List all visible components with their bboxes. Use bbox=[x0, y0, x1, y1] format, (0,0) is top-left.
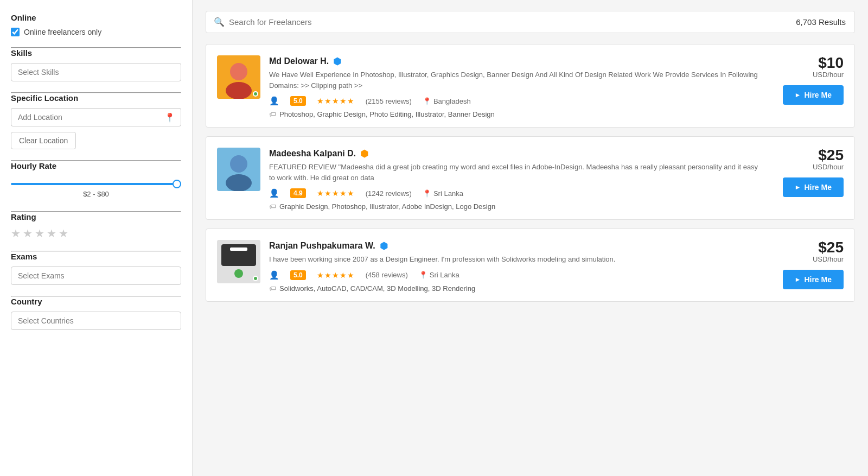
price-amount: $25 bbox=[813, 240, 844, 255]
avatar-wrap bbox=[217, 148, 260, 191]
card-skills: 🏷 Graphic Design, Photoshop, Illustrator… bbox=[269, 202, 764, 211]
online-checkbox[interactable] bbox=[11, 28, 20, 36]
reviews-count: (1242 reviews) bbox=[366, 189, 412, 198]
reviews-count: (2155 reviews) bbox=[366, 97, 412, 105]
tag-icon: 🏷 bbox=[269, 202, 276, 211]
arrow-icon: ► bbox=[795, 183, 801, 191]
reviews-count: (458 reviews) bbox=[366, 271, 408, 279]
exams-input[interactable] bbox=[11, 266, 181, 285]
card-description: I have been working since 2007 as a Desi… bbox=[269, 254, 764, 265]
star-2[interactable]: ★ bbox=[23, 227, 33, 240]
tag-icon: 🏷 bbox=[269, 110, 276, 118]
country-input[interactable] bbox=[11, 312, 181, 330]
stars: ★★★★★ bbox=[317, 271, 355, 280]
hire-me-label: Hire Me bbox=[804, 183, 832, 192]
card-body: Md Delowar H. ⬢ We Have Well Experience … bbox=[269, 55, 764, 118]
price-unit: USD/hour bbox=[813, 163, 844, 171]
location-input-row: 📍 bbox=[11, 108, 181, 126]
online-indicator bbox=[253, 91, 258, 97]
verified-badge-icon: ⬢ bbox=[333, 55, 342, 67]
arrow-icon: ► bbox=[795, 276, 801, 283]
online-section: Online Online freelancers only bbox=[11, 13, 181, 36]
card-body: Ranjan Pushpakumara W. ⬢ I have been wor… bbox=[269, 240, 764, 293]
location-section: Specific Location 📍 Clear Location bbox=[11, 93, 181, 149]
card-description: We Have Well Experience In Photoshop, Il… bbox=[269, 69, 764, 91]
skills-input[interactable] bbox=[11, 63, 181, 81]
card-meta: 👤 5.0 ★★★★★ (458 reviews) 📍 Sri Lanka bbox=[269, 270, 764, 280]
card-right: $10 USD/hour ► Hire Me bbox=[773, 55, 844, 105]
price-block: $10 USD/hour bbox=[813, 55, 844, 79]
card-meta: 👤 4.9 ★★★★★ (1242 reviews) 📍 Sri Lanka bbox=[269, 188, 764, 198]
location-input[interactable] bbox=[11, 108, 159, 126]
svg-point-9 bbox=[234, 269, 243, 278]
featured-badge-icon: ⬢ bbox=[360, 148, 369, 160]
country-section: Country bbox=[11, 297, 181, 330]
online-indicator bbox=[253, 276, 258, 281]
location-info: 📍 Sri Lanka bbox=[419, 271, 459, 279]
card-meta: 👤 5.0 ★★★★★ (2155 reviews) 📍 Bangladesh bbox=[269, 96, 764, 106]
svg-point-4 bbox=[230, 155, 247, 173]
hire-me-button[interactable]: ► Hire Me bbox=[783, 177, 844, 197]
pin-icon: 📍 bbox=[164, 113, 175, 122]
exams-label: Exams bbox=[11, 252, 181, 261]
search-input[interactable] bbox=[229, 17, 780, 27]
user-icon: 👤 bbox=[269, 188, 279, 198]
location-pin-button[interactable]: 📍 bbox=[159, 108, 181, 126]
freelancer-name: Md Delowar H. bbox=[269, 56, 329, 66]
price-amount: $10 bbox=[813, 55, 844, 71]
freelancer-name: Madeesha Kalpani D. bbox=[269, 149, 356, 158]
hire-me-label: Hire Me bbox=[804, 91, 832, 99]
location-pin-icon: 📍 bbox=[423, 97, 431, 105]
star-3[interactable]: ★ bbox=[35, 227, 44, 240]
skills-section: Skills bbox=[11, 48, 181, 81]
freelancer-name: Ranjan Pushpakumara W. bbox=[269, 241, 375, 251]
svg-point-5 bbox=[226, 174, 252, 191]
hire-me-button[interactable]: ► Hire Me bbox=[783, 85, 844, 105]
online-row: Online freelancers only bbox=[11, 28, 181, 36]
price-amount: $25 bbox=[813, 148, 844, 163]
card-skills: 🏷 Photoshop, Graphic Design, Photo Editi… bbox=[269, 110, 764, 118]
stars: ★★★★★ bbox=[317, 189, 355, 198]
exams-section: Exams bbox=[11, 252, 181, 285]
rating-badge: 5.0 bbox=[290, 270, 306, 280]
freelancer-list: Md Delowar H. ⬢ We Have Well Experience … bbox=[206, 44, 855, 302]
location-text: Sri Lanka bbox=[430, 271, 459, 279]
star-4[interactable]: ★ bbox=[47, 227, 56, 240]
user-icon: 👤 bbox=[269, 96, 279, 106]
search-input-wrap: 🔍 bbox=[206, 11, 787, 33]
card-description: FEATURED REVIEW "Madeesha did a great jo… bbox=[269, 162, 764, 183]
card-right: $25 USD/hour ► Hire Me bbox=[773, 148, 844, 197]
skills-text: Solidworks, AutoCAD, CAD/CAM, 3D Modelli… bbox=[279, 284, 475, 293]
rating-stars: ★ ★ ★ ★ ★ bbox=[11, 227, 181, 240]
svg-point-1 bbox=[230, 63, 247, 80]
svg-point-2 bbox=[226, 82, 252, 99]
card-skills: 🏷 Solidworks, AutoCAD, CAD/CAM, 3D Model… bbox=[269, 284, 764, 293]
rating-badge: 5.0 bbox=[290, 96, 306, 106]
rate-slider[interactable] bbox=[11, 183, 181, 185]
tag-icon: 🏷 bbox=[269, 284, 276, 293]
rating-label: Rating bbox=[11, 212, 181, 221]
card-header: Ranjan Pushpakumara W. ⬢ bbox=[269, 240, 764, 252]
skills-text: Graphic Design, Photoshop, Illustrator, … bbox=[279, 202, 495, 211]
freelancer-card: Ranjan Pushpakumara W. ⬢ I have been wor… bbox=[206, 229, 855, 302]
location-pin-icon: 📍 bbox=[419, 271, 427, 279]
avatar-wrap bbox=[217, 55, 260, 99]
freelancer-card: Md Delowar H. ⬢ We Have Well Experience … bbox=[206, 44, 855, 128]
clear-location-button[interactable]: Clear Location bbox=[11, 132, 76, 149]
results-count: 6,703 Results bbox=[796, 17, 854, 27]
verified-badge-icon: ⬢ bbox=[380, 240, 388, 252]
location-info: 📍 Sri Lanka bbox=[423, 189, 463, 198]
card-header: Madeesha Kalpani D. ⬢ bbox=[269, 148, 764, 160]
specific-location-label: Specific Location bbox=[11, 93, 181, 103]
arrow-icon: ► bbox=[795, 91, 801, 99]
hourly-rate-label: Hourly Rate bbox=[11, 161, 181, 170]
hourly-rate-range: $2 - $80 bbox=[11, 176, 181, 200]
online-freelancers-label: Online freelancers only bbox=[24, 28, 101, 36]
hire-me-button[interactable]: ► Hire Me bbox=[783, 270, 844, 289]
star-5[interactable]: ★ bbox=[59, 227, 68, 240]
hourly-rate-section: Hourly Rate $2 - $80 bbox=[11, 161, 181, 200]
search-bar: 🔍 6,703 Results bbox=[206, 11, 855, 33]
avatar-wrap bbox=[217, 240, 260, 283]
card-body: Madeesha Kalpani D. ⬢ FEATURED REVIEW "M… bbox=[269, 148, 764, 211]
star-1[interactable]: ★ bbox=[11, 227, 21, 240]
